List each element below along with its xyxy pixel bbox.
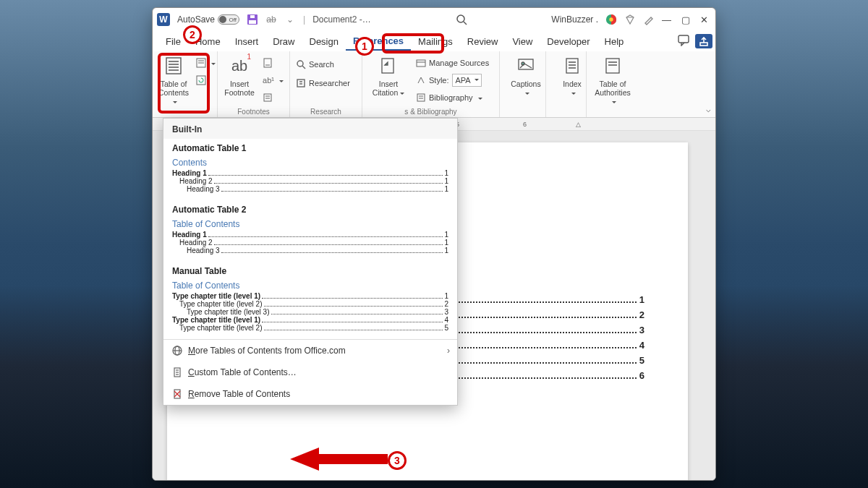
- ribbon: Table of Contents ab 1: [153, 51, 715, 118]
- autosave-toggle[interactable]: AutoSave Off: [177, 14, 239, 25]
- table-of-authorities-button[interactable]: Table of Authorities: [592, 54, 633, 106]
- word-window: W AutoSave Off ab ⌄ | Document2 -… WinBu…: [152, 7, 716, 481]
- svg-line-26: [302, 66, 305, 69]
- toc-option-auto1[interactable]: Automatic Table 1 Contents Heading 11 He…: [163, 139, 457, 200]
- ribbon-collapse-icon[interactable]: ⌵: [706, 105, 711, 114]
- maximize-button[interactable]: ▢: [681, 14, 690, 25]
- svg-rect-19: [197, 76, 205, 85]
- tab-draw[interactable]: Draw: [265, 33, 302, 50]
- account-avatar-icon[interactable]: [605, 14, 617, 25]
- document-icon: [172, 367, 182, 377]
- diamond-icon[interactable]: [624, 14, 636, 25]
- save-icon[interactable]: [247, 14, 258, 25]
- tab-references[interactable]: References: [346, 33, 411, 51]
- svg-line-4: [464, 22, 467, 25]
- svg-point-7: [609, 17, 613, 21]
- bibliography-button[interactable]: Bibliography: [416, 90, 489, 105]
- tab-view[interactable]: View: [505, 33, 540, 50]
- ribbon-tabs: File Home Insert Draw Design References …: [153, 31, 715, 51]
- tab-review[interactable]: Review: [460, 33, 506, 50]
- svg-rect-33: [417, 94, 425, 101]
- remove-toc-button[interactable]: Remove Table of Contents: [163, 383, 457, 405]
- remove-icon: [172, 389, 182, 399]
- account-name[interactable]: WinBuzzer .: [551, 14, 598, 25]
- tab-mailings[interactable]: Mailings: [411, 33, 460, 50]
- autosave-label: AutoSave: [177, 14, 215, 25]
- tab-developer[interactable]: Developer: [540, 33, 597, 50]
- dropdown-section-builtin: Built-In: [163, 119, 457, 139]
- svg-point-3: [457, 15, 464, 22]
- footnote-icon: ab 1: [224, 54, 255, 77]
- citation-style-value[interactable]: APA: [452, 74, 482, 87]
- update-table-button[interactable]: [196, 73, 216, 87]
- group-toc: [158, 114, 211, 116]
- toc-option-manual[interactable]: Manual Table Table of Contents Type chap…: [163, 262, 457, 339]
- svg-rect-30: [382, 59, 393, 73]
- tab-insert[interactable]: Insert: [228, 33, 266, 50]
- toc-dropdown: Built-In Automatic Table 1 Contents Head…: [163, 118, 458, 406]
- toc-option-auto2[interactable]: Automatic Table 2 Table of Contents Head…: [163, 200, 457, 262]
- citation-icon: [368, 54, 409, 77]
- group-footnotes: Footnotes: [224, 106, 284, 116]
- svg-point-25: [297, 61, 303, 67]
- captions-button[interactable]: Captions: [506, 54, 546, 97]
- next-footnote-button[interactable]: ab¹: [263, 73, 284, 87]
- qat-overflow-icon[interactable]: ⌄: [284, 14, 296, 25]
- svg-rect-31: [417, 60, 425, 67]
- tab-design[interactable]: Design: [302, 33, 346, 50]
- svg-rect-9: [678, 35, 689, 43]
- insert-footnote-button[interactable]: ab 1 Insert Footnote: [224, 54, 255, 97]
- close-button[interactable]: ✕: [700, 14, 708, 25]
- search-icon[interactable]: [456, 14, 467, 25]
- svg-rect-10: [700, 43, 707, 46]
- share-button[interactable]: [695, 34, 712, 48]
- group-citations: s & Bibliography: [368, 106, 493, 116]
- tab-home[interactable]: Home: [188, 33, 228, 50]
- insert-endnote-button[interactable]: [263, 56, 284, 70]
- minimize-button[interactable]: —: [662, 14, 671, 25]
- svg-rect-1: [249, 20, 256, 24]
- researcher-button[interactable]: Researcher: [296, 76, 356, 90]
- strikethrough-icon[interactable]: ab: [265, 14, 277, 25]
- tab-help[interactable]: Help: [597, 33, 631, 50]
- svg-rect-27: [297, 80, 305, 87]
- show-notes-button[interactable]: [263, 90, 284, 105]
- authorities-icon: [592, 54, 633, 77]
- word-app-icon: W: [157, 13, 170, 26]
- svg-rect-11: [166, 58, 181, 74]
- document-name[interactable]: Document2 -…: [312, 14, 371, 25]
- globe-icon: [172, 346, 182, 356]
- autosave-switch[interactable]: Off: [218, 14, 239, 25]
- search-button[interactable]: Search: [296, 57, 356, 72]
- svg-rect-38: [566, 59, 578, 73]
- custom-toc-button[interactable]: Custom Table of Contents…: [163, 361, 457, 383]
- manage-sources-button[interactable]: Manage Sources: [416, 56, 489, 70]
- chevron-right-icon: ›: [447, 346, 450, 356]
- svg-rect-2: [250, 15, 255, 18]
- group-research: Research: [296, 106, 356, 116]
- more-toc-office-button[interactable]: More Tables of Contents from Office.com …: [163, 340, 457, 361]
- captions-icon: [506, 54, 546, 77]
- citation-style-select[interactable]: Style: APA: [416, 73, 489, 87]
- titlebar: W AutoSave Off ab ⌄ | Document2 -… WinBu…: [153, 8, 715, 31]
- svg-rect-22: [264, 94, 271, 101]
- pen-icon[interactable]: [643, 14, 655, 25]
- table-of-contents-button[interactable]: Table of Contents: [158, 54, 189, 106]
- comments-icon[interactable]: [678, 35, 691, 48]
- svg-rect-20: [264, 59, 271, 67]
- insert-citation-button[interactable]: Insert Citation: [368, 54, 409, 97]
- add-text-button[interactable]: [196, 56, 216, 70]
- toc-icon: [158, 54, 189, 77]
- tab-file[interactable]: File: [158, 33, 188, 50]
- svg-rect-42: [606, 59, 619, 73]
